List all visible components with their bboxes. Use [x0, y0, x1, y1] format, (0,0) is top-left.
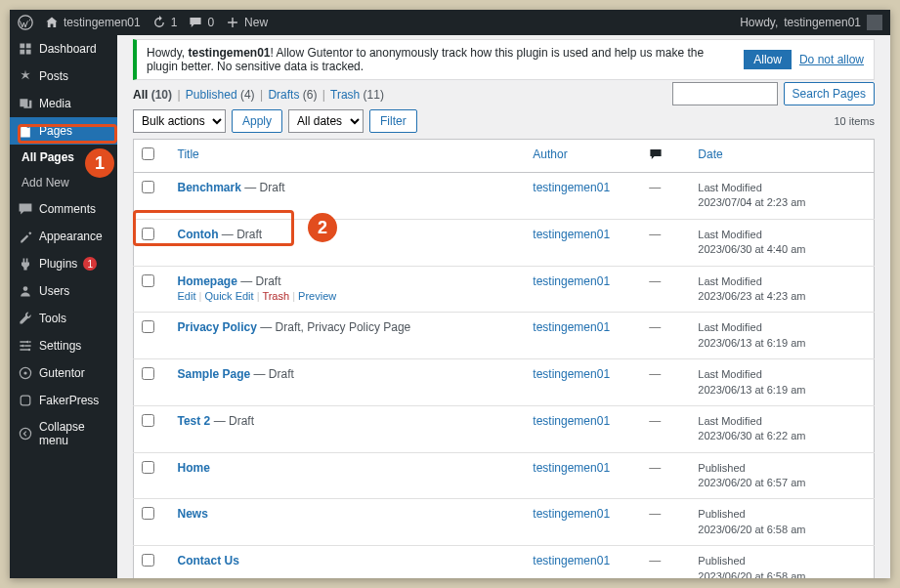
page-title-link[interactable]: Home — [178, 461, 210, 475]
main-content: Howdy, testingemen01! Allow Gutentor to … — [117, 35, 890, 578]
author-link[interactable]: testingemen01 — [533, 367, 610, 381]
edit-link[interactable]: Edit — [178, 290, 196, 302]
menu-dashboard[interactable]: Dashboard — [10, 35, 117, 63]
menu-label: Tools — [39, 312, 66, 325]
page-title-link[interactable]: Contact Us — [178, 554, 239, 567]
author-link[interactable]: testingemen01 — [533, 181, 610, 194]
notice-message: Howdy, testingemen01! Allow Gutentor to … — [147, 46, 738, 73]
page-title-link[interactable]: Sample Page — [178, 367, 251, 381]
author-link[interactable]: testingemen01 — [533, 320, 610, 334]
post-state: — Draft — [241, 181, 285, 194]
column-comments[interactable] — [641, 140, 690, 173]
row-checkbox[interactable] — [142, 181, 154, 193]
author-link[interactable]: testingemen01 — [533, 461, 610, 475]
site-name-link[interactable]: testingemen01 — [45, 16, 141, 29]
table-row: Home testingemen01 — Published2023/06/20… — [134, 452, 875, 499]
menu-label: Media — [39, 97, 71, 110]
author-link[interactable]: testingemen01 — [533, 554, 610, 567]
date-filter-select[interactable]: All dates — [288, 109, 364, 133]
home-icon — [45, 16, 59, 29]
author-link[interactable]: testingemen01 — [533, 228, 610, 241]
row-checkbox[interactable] — [142, 228, 154, 240]
howdy-user: testingemen01 — [784, 16, 861, 29]
table-row: News testingemen01 — Published2023/06/20… — [134, 499, 875, 546]
apply-button[interactable]: Apply — [232, 109, 282, 133]
row-checkbox[interactable] — [142, 507, 154, 520]
page-title-link[interactable]: Test 2 — [178, 414, 211, 428]
comment-count: — — [649, 181, 661, 194]
menu-label: Pages — [39, 124, 72, 138]
row-checkbox[interactable] — [142, 274, 154, 287]
menu-users[interactable]: Users — [10, 277, 117, 305]
menu-posts[interactable]: Posts — [10, 63, 117, 90]
page-title-link[interactable]: Contoh — [178, 228, 219, 241]
table-row: Sample Page — Draft testingemen01 — Last… — [134, 359, 875, 406]
do-not-allow-link[interactable]: Do not allow — [799, 53, 864, 66]
menu-pages[interactable]: Pages — [10, 117, 117, 145]
wp-logo[interactable] — [18, 15, 33, 30]
author-link[interactable]: testingemen01 — [533, 507, 610, 521]
menu-settings[interactable]: Settings — [10, 332, 117, 359]
preview-link[interactable]: Preview — [298, 290, 336, 302]
comment-count: — — [649, 461, 661, 475]
my-account[interactable]: Howdy, testingemen01 — [740, 15, 882, 30]
page-title-link[interactable]: News — [178, 507, 208, 521]
menu-label: Dashboard — [39, 42, 97, 56]
column-date[interactable]: Date — [690, 140, 874, 173]
admin-sidebar: Dashboard Posts Media Pages All Pages Ad… — [10, 35, 117, 578]
search-button[interactable]: Search Pages — [784, 82, 875, 105]
column-title[interactable]: Title — [170, 140, 526, 173]
svg-point-3 — [28, 349, 30, 351]
quick-edit-link[interactable]: Quick Edit — [204, 290, 253, 302]
menu-label: FakerPress — [39, 394, 99, 407]
menu-media[interactable]: Media — [10, 90, 117, 117]
date-value: 2023/06/23 at 4:23 am — [698, 290, 805, 302]
date-value: 2023/06/20 at 6:58 am — [698, 524, 805, 535]
filter-published[interactable]: Published (4) — [186, 88, 255, 102]
row-checkbox[interactable] — [142, 320, 154, 333]
menu-label: Plugins — [39, 257, 77, 271]
column-author[interactable]: Author — [525, 140, 641, 173]
bulk-actions-select[interactable]: Bulk actions — [133, 109, 226, 133]
comment-count: — — [649, 274, 661, 288]
menu-collapse[interactable]: Collapse menu — [10, 414, 117, 453]
date-status: Last Modified — [698, 229, 761, 240]
page-title-link[interactable]: Benchmark — [178, 181, 241, 194]
plugin-update-badge: 1 — [83, 257, 97, 271]
date-value: 2023/07/04 at 2:23 am — [698, 196, 805, 208]
menu-label: Comments — [39, 202, 96, 216]
filter-trash[interactable]: Trash (11) — [330, 88, 384, 102]
author-link[interactable]: testingemen01 — [533, 274, 610, 288]
search-input[interactable] — [672, 82, 778, 105]
menu-gutentor[interactable]: Gutentor — [10, 359, 117, 387]
filter-drafts[interactable]: Drafts (6) — [268, 88, 317, 102]
submenu-label: All Pages — [21, 150, 74, 164]
date-value: 2023/06/30 at 6:22 am — [698, 430, 805, 441]
new-content-link[interactable]: New — [226, 16, 268, 29]
menu-tools[interactable]: Tools — [10, 305, 117, 332]
row-checkbox[interactable] — [142, 367, 154, 380]
row-checkbox[interactable] — [142, 554, 154, 567]
filter-button[interactable]: Filter — [369, 109, 417, 133]
menu-label: Settings — [39, 339, 81, 353]
svg-rect-6 — [21, 396, 30, 405]
filter-all[interactable]: All (10) — [133, 88, 172, 102]
comments-link[interactable]: 0 — [189, 16, 214, 29]
avatar — [867, 15, 882, 30]
select-all-checkbox[interactable] — [142, 147, 154, 160]
svg-point-2 — [21, 345, 23, 347]
annotation-badge-1: 1 — [85, 148, 114, 178]
allow-button[interactable]: Allow — [744, 50, 792, 69]
author-link[interactable]: testingemen01 — [533, 414, 610, 428]
menu-plugins[interactable]: Plugins1 — [10, 250, 117, 277]
menu-appearance[interactable]: Appearance — [10, 223, 117, 250]
row-checkbox[interactable] — [142, 461, 154, 474]
page-title-link[interactable]: Homepage — [178, 274, 237, 288]
row-checkbox[interactable] — [142, 414, 154, 427]
updates-link[interactable]: 1 — [152, 16, 178, 29]
page-title-link[interactable]: Privacy Policy — [178, 320, 257, 334]
menu-fakerpress[interactable]: FakerPress — [10, 387, 117, 414]
date-status: Published — [698, 555, 745, 567]
menu-comments[interactable]: Comments — [10, 195, 117, 223]
trash-link[interactable]: Trash — [262, 290, 289, 302]
